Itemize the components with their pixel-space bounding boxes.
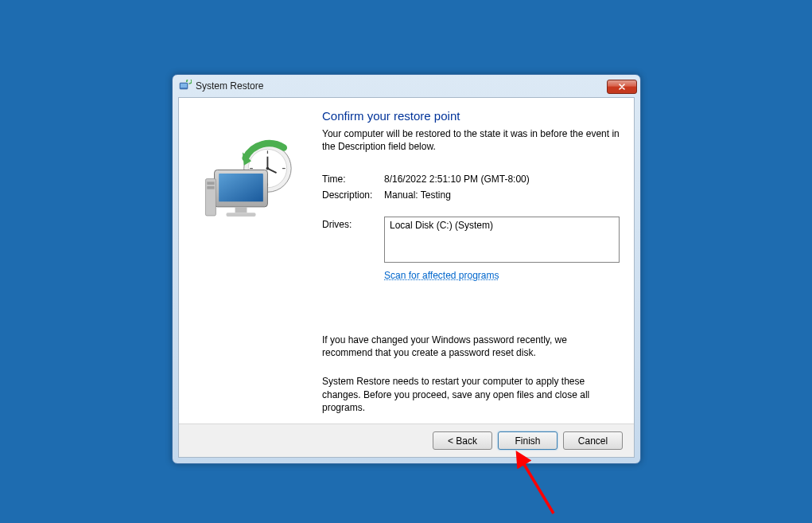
time-value: 8/16/2022 2:51:10 PM (GMT-8:00) bbox=[384, 174, 620, 185]
time-label: Time: bbox=[322, 174, 384, 185]
svg-line-21 bbox=[520, 458, 554, 513]
svg-rect-16 bbox=[226, 213, 255, 217]
right-pane: Confirm your restore point Your computer… bbox=[319, 107, 620, 423]
page-heading: Confirm your restore point bbox=[322, 109, 620, 123]
content-frame: Confirm your restore point Your computer… bbox=[178, 97, 635, 458]
cancel-button[interactable]: Cancel bbox=[563, 431, 623, 450]
scan-affected-programs-link[interactable]: Scan for affected programs bbox=[384, 270, 499, 281]
drives-list: Local Disk (C:) (System) bbox=[384, 217, 620, 263]
svg-rect-1 bbox=[181, 84, 187, 88]
restore-graphic-icon bbox=[200, 133, 303, 236]
drive-item: Local Disk (C:) (System) bbox=[390, 220, 614, 231]
password-note: If you have changed your Windows passwor… bbox=[322, 334, 620, 359]
system-restore-window: System Restore bbox=[172, 74, 641, 464]
description-row: Description: Manual: Testing bbox=[322, 189, 620, 201]
close-button[interactable] bbox=[607, 80, 637, 94]
finish-button[interactable]: Finish bbox=[498, 431, 558, 450]
time-row: Time: 8/16/2022 2:51:10 PM (GMT-8:00) bbox=[322, 174, 620, 185]
svg-rect-18 bbox=[207, 181, 214, 185]
svg-rect-15 bbox=[235, 207, 247, 213]
page-subtitle: Your computer will be restored to the st… bbox=[322, 127, 620, 153]
scan-link-row: Scan for affected programs bbox=[322, 270, 620, 281]
restart-note: System Restore needs to restart your com… bbox=[322, 375, 620, 414]
svg-point-11 bbox=[266, 167, 270, 170]
close-icon bbox=[618, 83, 626, 91]
description-label: Description: bbox=[322, 189, 384, 201]
content-body: Confirm your restore point Your computer… bbox=[179, 98, 634, 423]
back-button[interactable]: < Back bbox=[433, 431, 492, 450]
button-bar: < Back Finish Cancel bbox=[179, 423, 634, 457]
window-title: System Restore bbox=[196, 80, 607, 92]
titlebar: System Restore bbox=[173, 75, 640, 97]
svg-rect-19 bbox=[207, 186, 214, 189]
system-restore-icon bbox=[179, 80, 192, 92]
drives-label: Drives: bbox=[322, 217, 384, 263]
svg-rect-14 bbox=[219, 174, 263, 201]
left-pane bbox=[184, 107, 319, 423]
drives-row: Drives: Local Disk (C:) (System) bbox=[322, 217, 620, 263]
description-value: Manual: Testing bbox=[384, 189, 620, 201]
